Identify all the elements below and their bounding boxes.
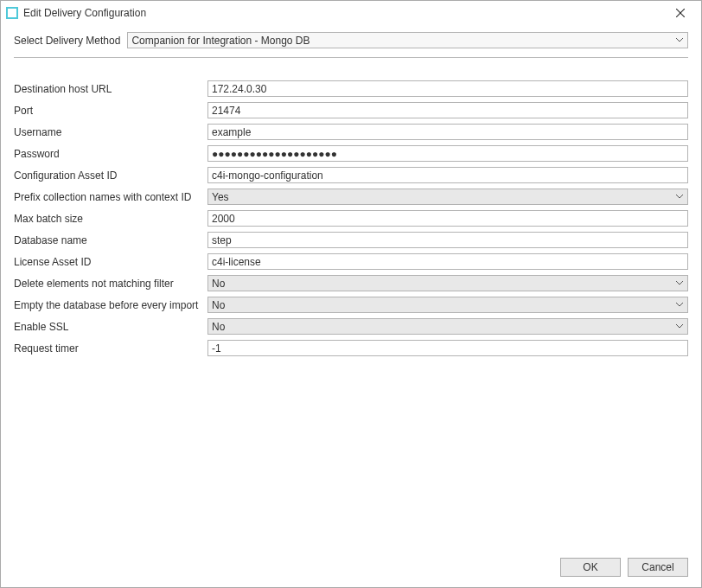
empty-before-import-label: Empty the database before every import xyxy=(14,299,204,311)
footer: OK Cancel xyxy=(1,549,701,587)
password-input[interactable] xyxy=(207,145,688,162)
enable-ssl-select[interactable]: No xyxy=(207,318,688,335)
database-name-input[interactable] xyxy=(207,232,688,248)
empty-before-import-select[interactable]: No xyxy=(207,297,688,313)
dest-host-url-input[interactable] xyxy=(207,80,688,97)
enable-ssl-value: No xyxy=(212,321,225,333)
titlebar: Edit Delivery Configuration xyxy=(1,1,701,25)
enable-ssl-label: Enable SSL xyxy=(14,321,204,333)
delivery-method-row: Select Delivery Method Companion for Int… xyxy=(14,32,688,58)
delivery-method-value: Companion for Integration - Mongo DB xyxy=(131,35,310,47)
delete-not-matching-value: No xyxy=(212,278,225,290)
max-batch-size-input[interactable] xyxy=(207,210,688,227)
close-button[interactable] xyxy=(667,3,694,22)
password-label: Password xyxy=(14,148,204,160)
request-timer-label: Request timer xyxy=(14,342,204,355)
window-title: Edit Delivery Configuration xyxy=(23,7,146,19)
username-input[interactable] xyxy=(207,124,688,140)
chevron-down-icon xyxy=(674,35,685,46)
ok-button[interactable]: OK xyxy=(560,558,621,577)
port-label: Port xyxy=(14,105,204,117)
license-asset-id-label: License Asset ID xyxy=(14,256,204,268)
chevron-down-icon xyxy=(674,192,685,202)
chevron-down-icon xyxy=(674,322,685,332)
cancel-button[interactable]: Cancel xyxy=(628,558,688,577)
empty-before-import-value: No xyxy=(212,299,225,311)
prefix-collection-value: Yes xyxy=(212,191,229,203)
chevron-down-icon xyxy=(674,300,685,310)
config-asset-id-label: Configuration Asset ID xyxy=(14,169,204,182)
form-grid: Destination host URL Port Username Passw… xyxy=(14,80,688,356)
username-label: Username xyxy=(14,126,204,138)
prefix-collection-select[interactable]: Yes xyxy=(207,189,688,205)
database-name-label: Database name xyxy=(14,234,204,246)
delete-not-matching-label: Delete elements not matching filter xyxy=(14,278,204,290)
delivery-method-select[interactable]: Companion for Integration - Mongo DB xyxy=(127,32,688,48)
close-icon xyxy=(676,9,685,17)
license-asset-id-input[interactable] xyxy=(207,253,688,270)
port-input[interactable] xyxy=(207,102,688,118)
config-asset-id-input[interactable] xyxy=(207,167,688,183)
document-icon xyxy=(6,7,18,19)
delete-not-matching-select[interactable]: No xyxy=(207,275,688,291)
request-timer-input[interactable] xyxy=(207,340,688,356)
dest-host-url-label: Destination host URL xyxy=(14,83,204,95)
delivery-method-label: Select Delivery Method xyxy=(14,35,120,47)
content-area: Select Delivery Method Companion for Int… xyxy=(1,25,701,549)
chevron-down-icon xyxy=(674,278,685,289)
max-batch-size-label: Max batch size xyxy=(14,213,204,225)
titlebar-left: Edit Delivery Configuration xyxy=(6,7,146,19)
prefix-collection-label: Prefix collection names with context ID xyxy=(14,191,204,203)
